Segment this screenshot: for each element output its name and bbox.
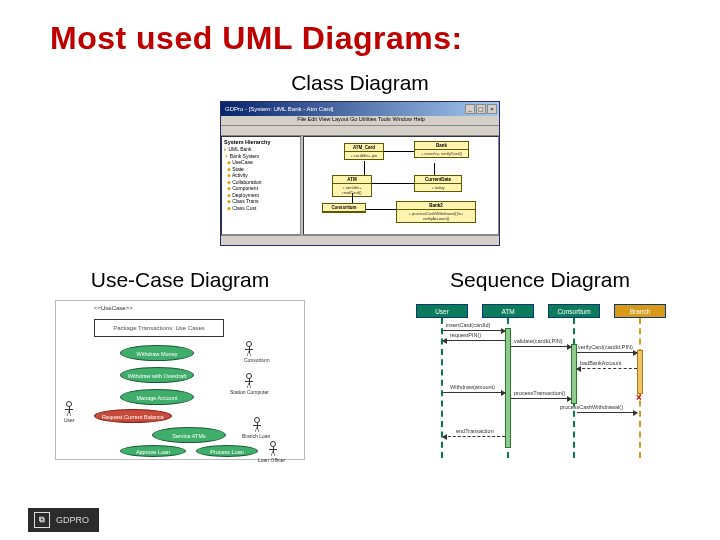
activation-bar (571, 344, 577, 404)
message-label: processTransaction() (514, 390, 565, 396)
actor-icon: /\ Consortium (244, 341, 254, 363)
diagram-canvas: ATM_Card + cardId\n+ pin Bank + name\n+ … (303, 136, 499, 235)
arrow-icon (577, 412, 637, 413)
actor-icon: /\ Station Computer (244, 373, 254, 395)
sequence-diagram: User ATM Consortium Branch insertCard(ca… (410, 300, 670, 460)
lifeline-head: Consortium (548, 304, 600, 318)
arrow-icon (577, 352, 637, 353)
message-label: verifyCard(cardId,PIN) (578, 344, 633, 350)
arrow-icon (511, 346, 571, 347)
usecase-diagram: <<UseCase>> Package Transactions: Use Ca… (55, 300, 305, 460)
lifeline-head: ATM (482, 304, 534, 318)
lifeline-head: User (416, 304, 468, 318)
message-label: Withdraw(amount) (450, 384, 495, 390)
uml-class-name: Bank (415, 142, 468, 150)
footer-logo: ⧉ GDPRO (28, 508, 99, 532)
uml-class-name: Bank2 (397, 202, 475, 210)
logo-text: GDPRO (56, 515, 89, 525)
window-toolbar (221, 126, 499, 136)
message-label: processCashWithdrawal() (560, 404, 623, 410)
slide-title: Most used UML Diagrams: (0, 0, 720, 67)
uml-class-body: + processCashWithdrawal()\n+ verifyAccou… (397, 210, 475, 222)
message-label: insertCard(cardId) (446, 322, 490, 328)
arrow-icon (443, 330, 505, 331)
usecase-oval-red: Request Current Balance (94, 409, 172, 423)
system-boundary: Package Transactions: Use Cases (94, 319, 224, 337)
tree-header: System Hierarchy (224, 139, 298, 146)
lifeline-head: Branch (614, 304, 666, 318)
window-title: GDPro - [System: UML Bank - Atm Card] (223, 106, 333, 112)
uml-class-name: Consortium (323, 204, 365, 212)
message-label: endTransaction (456, 428, 494, 434)
message-label: requestPIN() (450, 332, 481, 338)
uml-class-body: + cardId\n+ pin (345, 152, 383, 159)
usecase-header: <<UseCase>> (94, 305, 133, 311)
usecase-oval: Withdraw Money (120, 345, 194, 361)
message-label: badBankAccount (580, 360, 622, 366)
activation-bar (637, 350, 643, 394)
class-diagram-screenshot: GDPro - [System: UML Bank - Atm Card] _ … (220, 101, 500, 246)
actor-icon: /\ User (64, 401, 74, 423)
destroy-icon: × (636, 392, 642, 403)
arrow-icon (443, 436, 505, 437)
uml-class-body: + today (415, 184, 461, 191)
actor-icon: /\ Branch Loan (252, 417, 262, 439)
window-titlebar: GDPro - [System: UML Bank - Atm Card] _ … (221, 102, 499, 116)
tree-item: ◆ Class Cust (224, 205, 298, 212)
arrow-icon (443, 340, 505, 341)
status-bar (221, 235, 499, 245)
arrow-icon (577, 368, 637, 369)
uml-class-body: + name\n+ verifyCard() (415, 150, 468, 157)
sequence-diagram-label: Sequence Diagram (360, 268, 720, 292)
close-icon: × (487, 104, 497, 114)
usecase-oval: Process Loan (196, 445, 258, 457)
usecase-diagram-label: Use-Case Diagram (0, 268, 360, 292)
uml-class-name: CurrentDate (415, 176, 461, 184)
arrow-icon (443, 392, 505, 393)
actor-icon: /\ Loan Officer (268, 441, 278, 463)
uml-class-name: ATM_Card (345, 144, 383, 152)
window-menu: File Edit View Layout Go Utilities Tools… (221, 116, 499, 126)
usecase-oval: Service ATMs (152, 427, 226, 443)
usecase-oval: Withdraw with Overdraft (120, 367, 194, 383)
class-diagram-label: Class Diagram (0, 71, 720, 95)
usecase-oval: Approve Loan (120, 445, 186, 457)
minimize-icon: _ (465, 104, 475, 114)
uml-class-name: ATM (333, 176, 371, 184)
usecase-oval: Manage Account (120, 389, 194, 405)
maximize-icon: ▢ (476, 104, 486, 114)
message-label: validate(cardId,PIN) (514, 338, 563, 344)
logo-icon: ⧉ (34, 512, 50, 528)
tree-pane: System Hierarchy ▸ UML Bank ▾ Bank Syste… (221, 136, 301, 235)
arrow-icon (511, 398, 571, 399)
